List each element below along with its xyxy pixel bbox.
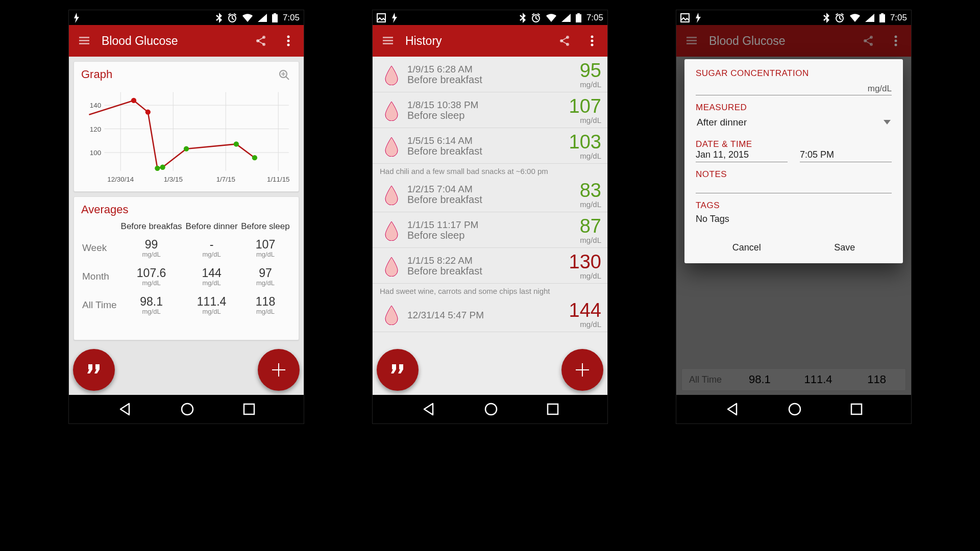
row-context: Before sleep xyxy=(407,110,553,121)
svg-rect-56 xyxy=(687,40,697,41)
share-button[interactable] xyxy=(554,31,575,51)
back-icon xyxy=(422,402,436,416)
overflow-button[interactable] xyxy=(582,31,602,51)
menu-button[interactable] xyxy=(74,31,94,51)
time-input[interactable]: 7:05 PM xyxy=(800,149,892,162)
blood-drop-icon xyxy=(383,65,400,85)
nav-home[interactable] xyxy=(181,403,194,416)
row-timestamp: 1/8/15 10:38 PM xyxy=(407,99,553,111)
share-button[interactable] xyxy=(251,31,271,51)
label-tags: TAGS xyxy=(696,201,892,211)
more-icon xyxy=(287,35,290,46)
cancel-button[interactable]: Cancel xyxy=(728,236,765,259)
menu-button[interactable] xyxy=(681,31,702,51)
notes-input[interactable] xyxy=(696,180,892,193)
alarm-icon xyxy=(227,13,237,23)
battery-icon xyxy=(576,13,581,22)
nav-back[interactable] xyxy=(422,402,436,416)
svg-rect-2 xyxy=(274,13,276,14)
measured-select[interactable]: After dinner xyxy=(696,113,892,132)
nav-recents[interactable] xyxy=(243,403,255,415)
quote-icon xyxy=(390,364,405,375)
row-timestamp: 12/31/14 5:47 PM xyxy=(407,310,553,321)
clock-text: 7:05 xyxy=(283,13,300,23)
fab-quote[interactable] xyxy=(73,349,115,391)
more-icon xyxy=(591,35,594,46)
back-icon xyxy=(118,402,132,416)
averages-table: Before breakfas Before dinner Before sle… xyxy=(81,219,291,319)
date-input[interactable]: Jan 11, 2015 xyxy=(696,149,788,162)
row-unit: mg/dL xyxy=(553,116,601,124)
share-button[interactable] xyxy=(858,31,878,51)
row-value: 87 xyxy=(553,216,601,236)
nav-recents[interactable] xyxy=(547,403,559,415)
add-reading-dialog: SUGAR CONCENTRATION mg/dL MEASURED After… xyxy=(684,59,903,263)
overflow-button[interactable] xyxy=(886,31,906,51)
hamburger-icon xyxy=(79,37,89,45)
svg-point-33 xyxy=(252,155,257,160)
svg-point-32 xyxy=(234,141,239,146)
row-context: Before breakfast xyxy=(407,265,553,277)
chevron-down-icon xyxy=(884,120,891,125)
avg-cell: 97mg/dL xyxy=(239,262,291,291)
svg-point-61 xyxy=(895,36,897,38)
history-row[interactable]: 12/31/14 5:47 PM144mg/dL xyxy=(373,296,607,332)
tags-input[interactable]: No Tags xyxy=(696,211,892,226)
history-row[interactable]: 1/1/15 11:17 PMBefore sleep87mg/dL xyxy=(373,212,607,248)
glucose-chart[interactable]: 140 120 100 12/30/14 1/3/15 1/7/15 1/11/… xyxy=(81,84,291,186)
nav-back[interactable] xyxy=(725,402,740,416)
share-icon xyxy=(863,35,874,46)
fab-quote[interactable] xyxy=(377,349,419,391)
nav-home[interactable] xyxy=(484,403,498,416)
history-list[interactable]: 1/9/15 6:28 AMBefore breakfast95mg/dL1/8… xyxy=(373,57,607,395)
svg-point-27 xyxy=(131,98,136,103)
row-context: Before breakfast xyxy=(407,194,553,206)
history-row[interactable]: 1/1/15 8:22 AMBefore breakfast130mg/dL xyxy=(373,248,607,284)
magnify-icon xyxy=(278,69,290,81)
svg-point-28 xyxy=(145,109,151,114)
blood-drop-icon xyxy=(383,101,400,121)
svg-point-47 xyxy=(591,40,594,42)
row-label: Month xyxy=(81,262,119,291)
nav-bar xyxy=(676,395,911,423)
label-datetime: DATE & TIME xyxy=(696,139,892,149)
label-notes: NOTES xyxy=(696,169,892,180)
row-unit: mg/dL xyxy=(553,152,601,160)
plus-icon xyxy=(576,363,589,377)
sugar-input[interactable]: mg/dL xyxy=(696,79,892,95)
nav-bar xyxy=(373,395,607,423)
history-row[interactable]: 1/5/15 6:14 AMBefore breakfast103mg/dL xyxy=(373,128,607,164)
svg-point-30 xyxy=(160,165,165,170)
label-measured: MEASURED xyxy=(696,103,892,113)
nav-recents[interactable] xyxy=(850,403,863,415)
nav-back[interactable] xyxy=(118,402,132,416)
svg-point-10 xyxy=(287,40,290,42)
svg-rect-50 xyxy=(548,404,558,414)
svg-text:120: 120 xyxy=(90,126,101,133)
wifi-icon xyxy=(850,14,860,22)
row-timestamp: 1/1/15 8:22 AM xyxy=(407,255,553,266)
fab-add[interactable] xyxy=(258,349,300,391)
svg-text:140: 140 xyxy=(90,102,101,109)
home-icon xyxy=(484,403,498,416)
graph-title: Graph xyxy=(81,68,291,81)
averages-card: Averages Before breakfas Before dinner B… xyxy=(74,196,299,340)
image-icon xyxy=(377,13,386,22)
fab-add[interactable] xyxy=(561,349,603,391)
row-label: Week xyxy=(81,234,119,262)
zoom-button[interactable] xyxy=(274,65,295,85)
history-row[interactable]: 1/8/15 10:38 PMBefore sleep107mg/dL xyxy=(373,92,607,128)
row-context: Before sleep xyxy=(407,230,553,241)
svg-rect-57 xyxy=(687,43,697,44)
history-row[interactable]: 1/2/15 7:04 AMBefore breakfast83mg/dL xyxy=(373,177,607,212)
menu-button[interactable] xyxy=(378,31,398,51)
row-timestamp: 1/2/15 7:04 AM xyxy=(407,184,553,195)
recents-icon xyxy=(243,403,255,415)
row-timestamp: 1/5/15 6:14 AM xyxy=(407,135,553,146)
nav-home[interactable] xyxy=(788,403,801,416)
history-row[interactable]: 1/9/15 6:28 AMBefore breakfast95mg/dL xyxy=(373,57,607,92)
alarm-icon xyxy=(531,13,541,23)
svg-text:12/30/14: 12/30/14 xyxy=(107,176,134,183)
save-button[interactable]: Save xyxy=(830,236,859,259)
overflow-button[interactable] xyxy=(278,31,299,51)
